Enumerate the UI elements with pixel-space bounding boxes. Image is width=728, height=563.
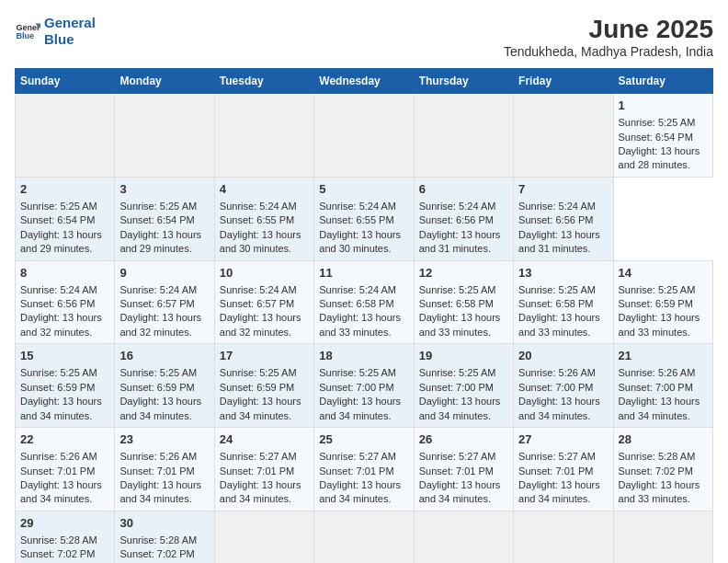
day-number: 3 <box>119 181 209 198</box>
calendar-week-4: 22Sunrise: 5:26 AMSunset: 7:01 PMDayligh… <box>16 428 713 511</box>
sunset-text: Sunset: 6:59 PM <box>20 382 95 393</box>
calendar-cell: 29Sunrise: 5:28 AMSunset: 7:02 PMDayligh… <box>16 511 115 563</box>
daylight-text: Daylight: 13 hours and 30 minutes. <box>220 229 301 254</box>
sunset-text: Sunset: 7:01 PM <box>419 465 494 477</box>
calendar-cell: 21Sunrise: 5:26 AMSunset: 7:00 PMDayligh… <box>613 344 712 428</box>
header: General Blue General Blue June 2025 Tend… <box>15 15 713 59</box>
sunrise-text: Sunrise: 5:25 AM <box>619 284 696 295</box>
logo: General Blue General Blue <box>15 15 96 48</box>
day-number: 14 <box>619 265 708 282</box>
day-number: 18 <box>319 348 408 364</box>
logo-text-line2: Blue <box>44 31 96 48</box>
calendar-cell: 28Sunrise: 5:28 AMSunset: 7:02 PMDayligh… <box>613 428 712 511</box>
day-number: 28 <box>619 431 708 448</box>
sunrise-text: Sunrise: 5:26 AM <box>119 451 197 462</box>
sunrise-text: Sunrise: 5:25 AM <box>518 284 596 295</box>
sunset-text: Sunset: 7:02 PM <box>119 548 194 559</box>
daylight-text: Daylight: 13 hours and 32 minutes. <box>119 312 201 337</box>
sunrise-text: Sunrise: 5:24 AM <box>220 284 297 295</box>
sunrise-text: Sunrise: 5:27 AM <box>220 451 297 462</box>
daylight-text: Daylight: 13 hours and 34 minutes. <box>419 479 501 504</box>
sunrise-text: Sunrise: 5:25 AM <box>319 367 396 378</box>
sunrise-text: Sunrise: 5:24 AM <box>319 284 396 295</box>
sunset-text: Sunset: 6:59 PM <box>220 382 294 393</box>
sunrise-text: Sunrise: 5:24 AM <box>20 284 97 295</box>
daylight-text: Daylight: 13 hours and 33 minutes. <box>518 312 600 337</box>
calendar-cell: 19Sunrise: 5:25 AMSunset: 7:00 PMDayligh… <box>414 344 513 428</box>
day-number: 1 <box>619 98 708 114</box>
day-number: 10 <box>220 265 309 282</box>
calendar-cell: 23Sunrise: 5:26 AMSunset: 7:01 PMDayligh… <box>115 428 214 511</box>
sunrise-text: Sunrise: 5:25 AM <box>619 117 696 128</box>
calendar-week-0: 1Sunrise: 5:25 AMSunset: 6:54 PMDaylight… <box>16 94 713 178</box>
day-number: 8 <box>20 265 109 282</box>
sunrise-text: Sunrise: 5:25 AM <box>119 201 197 212</box>
sunrise-text: Sunrise: 5:26 AM <box>518 367 596 378</box>
calendar-cell: 4Sunrise: 5:24 AMSunset: 6:55 PMDaylight… <box>214 177 313 260</box>
calendar-cell: 27Sunrise: 5:27 AMSunset: 7:01 PMDayligh… <box>514 428 613 511</box>
day-number: 17 <box>220 348 309 364</box>
main-title: June 2025 <box>504 15 713 44</box>
day-number: 4 <box>220 181 309 198</box>
daylight-text: Daylight: 13 hours and 33 minutes. <box>619 312 700 337</box>
day-number: 21 <box>619 348 708 364</box>
sunrise-text: Sunrise: 5:24 AM <box>220 201 297 212</box>
header-cell-saturday: Saturday <box>613 69 712 94</box>
logo-icon: General Blue <box>15 18 40 44</box>
day-number: 25 <box>319 431 408 448</box>
calendar-cell <box>314 511 414 563</box>
calendar-cell: 11Sunrise: 5:24 AMSunset: 6:58 PMDayligh… <box>314 260 414 344</box>
svg-text:Blue: Blue <box>16 31 34 40</box>
sunrise-text: Sunrise: 5:28 AM <box>119 534 197 546</box>
day-number: 9 <box>119 265 209 282</box>
daylight-text: Daylight: 13 hours and 31 minutes. <box>419 229 501 254</box>
calendar-cell: 18Sunrise: 5:25 AMSunset: 7:00 PMDayligh… <box>314 344 414 428</box>
day-number: 7 <box>518 181 608 198</box>
day-number: 2 <box>20 181 109 198</box>
day-number: 20 <box>518 348 608 364</box>
calendar-cell <box>214 94 313 178</box>
sunset-text: Sunset: 6:54 PM <box>619 132 693 143</box>
calendar-cell: 20Sunrise: 5:26 AMSunset: 7:00 PMDayligh… <box>514 344 613 428</box>
sunrise-text: Sunrise: 5:25 AM <box>20 201 97 212</box>
day-number: 22 <box>20 431 109 448</box>
daylight-text: Daylight: 13 hours and 34 minutes. <box>20 396 102 420</box>
sunrise-text: Sunrise: 5:28 AM <box>619 451 696 462</box>
calendar-cell <box>314 94 414 178</box>
logo-text-line1: General <box>44 15 96 31</box>
daylight-text: Daylight: 13 hours and 34 minutes. <box>119 396 201 420</box>
calendar-cell: 13Sunrise: 5:25 AMSunset: 6:58 PMDayligh… <box>514 260 613 344</box>
daylight-text: Daylight: 13 hours and 34 minutes. <box>319 396 401 420</box>
sunrise-text: Sunrise: 5:27 AM <box>419 451 496 462</box>
sunset-text: Sunset: 6:58 PM <box>419 298 494 309</box>
sunrise-text: Sunrise: 5:24 AM <box>119 284 197 295</box>
title-area: June 2025 Tendukheda, Madhya Pradesh, In… <box>504 15 713 59</box>
daylight-text: Daylight: 13 hours and 30 minutes. <box>319 229 401 254</box>
day-number: 6 <box>419 181 508 198</box>
sunset-text: Sunset: 7:01 PM <box>119 465 194 477</box>
calendar-week-1: 2Sunrise: 5:25 AMSunset: 6:54 PMDaylight… <box>16 177 713 260</box>
sunset-text: Sunset: 7:00 PM <box>319 382 393 393</box>
sunrise-text: Sunrise: 5:25 AM <box>220 367 297 378</box>
calendar-cell <box>514 94 613 178</box>
daylight-text: Daylight: 13 hours and 28 minutes. <box>619 145 700 170</box>
daylight-text: Daylight: 13 hours and 32 minutes. <box>220 312 301 337</box>
calendar-table: SundayMondayTuesdayWednesdayThursdayFrid… <box>15 68 713 563</box>
daylight-text: Daylight: 13 hours and 31 minutes. <box>518 229 600 254</box>
sunset-text: Sunset: 7:01 PM <box>20 465 95 477</box>
daylight-text: Daylight: 13 hours and 34 minutes. <box>518 479 600 504</box>
calendar-cell: 6Sunrise: 5:24 AMSunset: 6:56 PMDaylight… <box>414 177 513 260</box>
day-number: 26 <box>419 431 508 448</box>
calendar-week-2: 8Sunrise: 5:24 AMSunset: 6:56 PMDaylight… <box>16 260 713 344</box>
sub-title: Tendukheda, Madhya Pradesh, India <box>504 44 713 59</box>
day-number: 27 <box>518 431 608 448</box>
calendar-cell: 10Sunrise: 5:24 AMSunset: 6:57 PMDayligh… <box>214 260 313 344</box>
calendar-cell <box>214 511 313 563</box>
calendar-cell <box>115 94 214 178</box>
sunset-text: Sunset: 7:00 PM <box>619 382 693 393</box>
sunrise-text: Sunrise: 5:26 AM <box>20 451 97 462</box>
day-number: 11 <box>319 265 408 282</box>
sunset-text: Sunset: 6:59 PM <box>119 382 194 393</box>
daylight-text: Daylight: 13 hours and 33 minutes. <box>419 312 501 337</box>
day-number: 24 <box>220 431 309 448</box>
